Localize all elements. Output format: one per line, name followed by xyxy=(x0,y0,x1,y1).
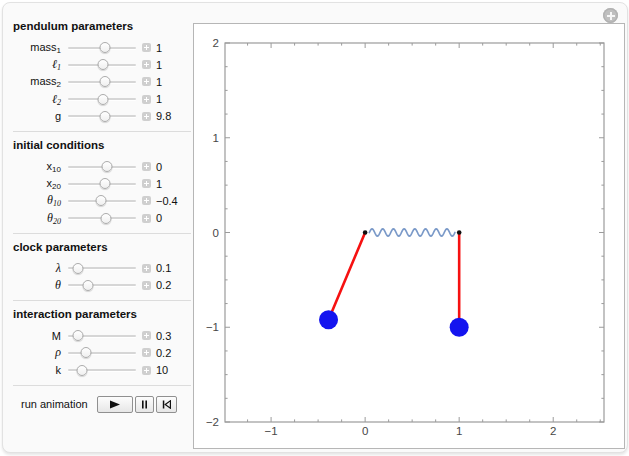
slider-track[interactable] xyxy=(68,212,136,224)
slider-row: x100 xyxy=(13,158,191,175)
slider-thumb[interactable] xyxy=(96,195,107,206)
slider-sections: pendulum parametersmass11ℓ11mass21ℓ21g9.… xyxy=(13,19,191,386)
reset-button[interactable] xyxy=(156,396,177,413)
expand-plus-button[interactable] xyxy=(142,77,151,86)
slider-track[interactable] xyxy=(68,195,136,207)
expand-plus-button[interactable] xyxy=(142,281,151,290)
slider-label: θ10 xyxy=(13,193,61,208)
manipulate-options-button[interactable] xyxy=(603,8,618,23)
slider-label: x10 xyxy=(13,160,61,174)
slider-value: 10 xyxy=(156,364,168,376)
x-tick-label: 2 xyxy=(550,425,556,437)
pendulum-plot: −1012−2−1012 xyxy=(194,24,624,448)
expand-plus-button[interactable] xyxy=(142,112,151,121)
pivot-dot xyxy=(363,230,368,235)
slider-thumb[interactable] xyxy=(98,59,109,70)
slider-thumb[interactable] xyxy=(72,263,83,274)
slider-row: θ200 xyxy=(13,210,191,227)
slider-track[interactable] xyxy=(68,262,136,274)
slider-label: x20 xyxy=(13,177,61,191)
slider-track[interactable] xyxy=(68,42,136,54)
slider-label: θ xyxy=(13,278,61,293)
slider-thumb[interactable] xyxy=(100,111,111,122)
slider-label: θ20 xyxy=(13,211,61,226)
slider-thumb[interactable] xyxy=(101,161,112,172)
slider-value: 1 xyxy=(156,42,162,54)
play-button[interactable] xyxy=(97,396,133,413)
slider-row: ℓ11 xyxy=(13,56,191,73)
section: pendulum parametersmass11ℓ11mass21ℓ21g9.… xyxy=(13,19,191,132)
pendulum-rod xyxy=(329,233,366,320)
slider-value: 1 xyxy=(156,76,162,88)
slider-thumb[interactable] xyxy=(80,347,91,358)
slider-label: ρ xyxy=(13,345,61,360)
slider-thumb[interactable] xyxy=(101,213,112,224)
slider-track[interactable] xyxy=(68,161,136,173)
y-tick-label: 1 xyxy=(213,132,219,144)
slider-label: ℓ1 xyxy=(13,57,61,72)
expand-plus-button[interactable] xyxy=(142,348,151,357)
screenshot-stage: pendulum parametersmass11ℓ11mass21ℓ21g9.… xyxy=(0,0,629,456)
expand-plus-button[interactable] xyxy=(142,196,151,205)
y-tick-label: −2 xyxy=(206,416,219,428)
slider-value: 9.8 xyxy=(156,110,171,122)
expand-plus-button[interactable] xyxy=(142,214,151,223)
slider-row: mass21 xyxy=(13,73,191,90)
pause-button[interactable] xyxy=(135,396,154,413)
expand-plus-button[interactable] xyxy=(142,331,151,340)
slider-value: 1 xyxy=(156,93,162,105)
slider-track[interactable] xyxy=(68,364,136,376)
control-panel: pendulum parametersmass11ℓ11mass21ℓ21g9.… xyxy=(13,19,191,413)
slider-thumb[interactable] xyxy=(82,280,93,291)
expand-plus-button[interactable] xyxy=(142,264,151,273)
y-tick-label: 0 xyxy=(213,227,219,239)
y-tick-label: −1 xyxy=(206,321,219,333)
slider-row: θ0.2 xyxy=(13,277,191,294)
slider-track[interactable] xyxy=(68,93,136,105)
slider-track[interactable] xyxy=(68,59,136,71)
slider-thumb[interactable] xyxy=(100,42,111,53)
slider-thumb[interactable] xyxy=(100,76,111,87)
slider-label: g xyxy=(13,110,61,122)
section-title: pendulum parameters xyxy=(13,19,191,33)
slider-value: 0 xyxy=(156,212,162,224)
slider-value: 0.1 xyxy=(156,262,171,274)
slider-thumb[interactable] xyxy=(72,330,83,341)
pendulum-bob xyxy=(319,310,338,329)
slider-value: 0 xyxy=(156,161,162,173)
slider-track[interactable] xyxy=(68,178,136,190)
slider-label: λ xyxy=(13,261,61,276)
expand-plus-button[interactable] xyxy=(142,95,151,104)
expand-plus-button[interactable] xyxy=(142,366,151,375)
slider-track[interactable] xyxy=(68,279,136,291)
section: interaction parametersM0.3ρ0.2k10 xyxy=(13,301,191,386)
slider-label: ℓ2 xyxy=(13,92,61,107)
animation-button-group xyxy=(97,396,177,413)
section: clock parametersλ0.1θ0.2 xyxy=(13,234,191,301)
section: initial conditionsx100x201θ10−0.4θ200 xyxy=(13,132,191,234)
run-animation-row: run animation xyxy=(13,396,191,413)
slider-thumb[interactable] xyxy=(100,178,111,189)
slider-track[interactable] xyxy=(68,347,136,359)
section-title: clock parameters xyxy=(13,240,191,254)
slider-value: 1 xyxy=(156,178,162,190)
expand-plus-button[interactable] xyxy=(142,179,151,188)
slider-row: x201 xyxy=(13,175,191,192)
slider-row: θ10−0.4 xyxy=(13,192,191,209)
play-icon xyxy=(109,400,121,409)
slider-track[interactable] xyxy=(68,110,136,122)
slider-track[interactable] xyxy=(68,76,136,88)
reset-icon xyxy=(162,400,171,409)
slider-row: k10 xyxy=(13,361,191,378)
x-tick-label: −1 xyxy=(265,425,278,437)
slider-track[interactable] xyxy=(68,330,136,342)
y-tick-label: 2 xyxy=(213,37,219,49)
expand-plus-button[interactable] xyxy=(142,43,151,52)
slider-thumb[interactable] xyxy=(77,365,88,376)
expand-plus-button[interactable] xyxy=(142,162,151,171)
slider-row: mass11 xyxy=(13,39,191,56)
slider-label: M xyxy=(13,330,61,342)
x-tick-label: 1 xyxy=(456,425,462,437)
expand-plus-button[interactable] xyxy=(142,60,151,69)
slider-thumb[interactable] xyxy=(98,94,109,105)
